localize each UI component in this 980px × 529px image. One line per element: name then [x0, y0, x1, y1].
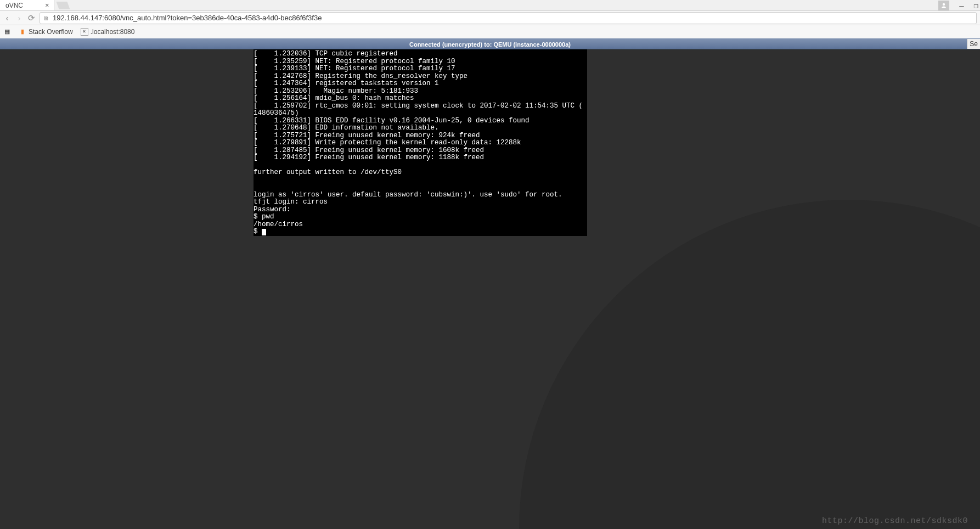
broken-image-icon: ✕ [81, 28, 88, 36]
page-icon: 🗎 [43, 15, 49, 21]
bookmark-label: .localhost:8080 [91, 28, 135, 36]
vnc-canvas-area[interactable]: [ 1.232036] TCP cubic registered [ 1.235… [0, 49, 980, 529]
bookmark-label: Stack Overflow [29, 28, 73, 36]
browser-tab-bar: oVNC × — ❐ [0, 0, 980, 11]
vnc-status-text: Connected (unencrypted) to: QEMU (instan… [409, 39, 571, 50]
stack-overflow-icon: ▮ [19, 28, 26, 36]
svg-point-0 [943, 3, 945, 5]
url-text: 192.168.44.147:6080/vnc_auto.html?token=… [53, 14, 322, 22]
forward-icon[interactable]: › [15, 13, 23, 22]
close-tab-icon[interactable]: × [45, 1, 49, 9]
browser-toolbar: ‹ › ⟳ 🗎 192.168.44.147:6080/vnc_auto.htm… [0, 11, 980, 25]
terminal-cursor [262, 229, 266, 235]
bookmarks-bar: ▦ ▮ Stack Overflow ✕ .localhost:8080 [0, 25, 980, 38]
apps-icon: ▦ [3, 28, 11, 36]
apps-button[interactable]: ▦ [3, 28, 11, 36]
watermark-text: http://blog.csdn.net/sdksdk0 [822, 516, 968, 526]
terminal-screen[interactable]: [ 1.232036] TCP cubic registered [ 1.235… [254, 49, 587, 236]
bookmark-item[interactable]: ▮ Stack Overflow [19, 28, 73, 36]
vnc-status-bar: Connected (unencrypted) to: QEMU (instan… [0, 38, 980, 49]
new-tab-button[interactable] [56, 2, 70, 9]
back-icon[interactable]: ‹ [3, 13, 11, 22]
window-controls: — ❐ [938, 0, 978, 10]
reload-icon[interactable]: ⟳ [27, 13, 35, 23]
vnc-settings-button[interactable]: Se [967, 39, 980, 49]
address-bar[interactable]: 🗎 192.168.44.147:6080/vnc_auto.html?toke… [40, 12, 977, 24]
browser-tab[interactable]: oVNC × [0, 0, 54, 10]
minimize-icon[interactable]: — [959, 1, 964, 10]
tab-title: oVNC [5, 2, 23, 9]
bookmark-item[interactable]: ✕ .localhost:8080 [81, 28, 135, 36]
user-icon[interactable] [938, 1, 949, 10]
maximize-icon[interactable]: ❐ [974, 1, 978, 10]
